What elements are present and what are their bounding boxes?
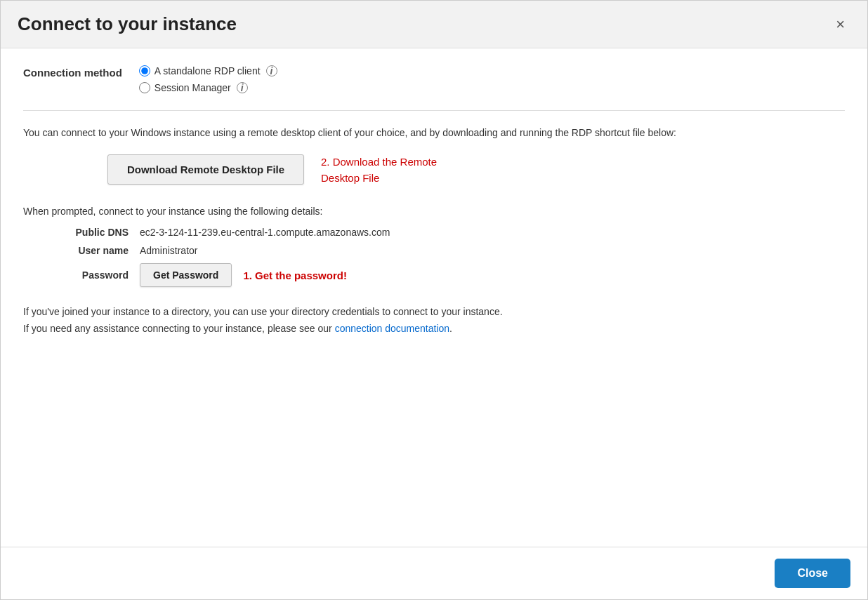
connection-documentation-link[interactable]: connection documentation [335, 323, 449, 334]
radio-group: A standalone RDP client i Session Manage… [139, 65, 277, 93]
download-remote-desktop-button[interactable]: Download Remote Desktop File [107, 154, 304, 185]
radio-option-session[interactable]: Session Manager i [139, 82, 277, 93]
description-text: You can connect to your Windows instance… [23, 125, 845, 140]
details-grid: Public DNS ec2-3-124-11-239.eu-central-1… [51, 227, 845, 287]
public-dns-row: Public DNS ec2-3-124-11-239.eu-central-1… [51, 227, 845, 238]
dialog-footer: Close [1, 547, 867, 599]
radio-rdp[interactable] [139, 65, 150, 76]
radio-rdp-label: A standalone RDP client [154, 65, 261, 76]
dialog-header: Connect to your instance × [1, 1, 867, 48]
radio-option-rdp[interactable]: A standalone RDP client i [139, 65, 277, 76]
download-annotation: 2. Download the Remote Desktop File [321, 154, 461, 186]
footer-line2-suffix: . [449, 323, 452, 334]
footer-line2-prefix: If you need any assistance connecting to… [23, 323, 335, 334]
details-intro-text: When prompted, connect to your instance … [23, 206, 845, 217]
connection-method-label: Connection method [23, 65, 122, 79]
download-btn-wrapper: Download Remote Desktop File [107, 154, 304, 185]
password-label: Password [51, 269, 129, 281]
public-dns-value: ec2-3-124-11-239.eu-central-1.compute.am… [140, 227, 390, 238]
connection-method-section: Connection method A standalone RDP clien… [23, 65, 845, 93]
close-button[interactable]: Close [775, 559, 850, 588]
public-dns-label: Public DNS [51, 227, 129, 238]
footer-line1: If you've joined your instance to a dire… [23, 306, 503, 317]
header-close-button[interactable]: × [830, 14, 850, 35]
radio-session[interactable] [139, 82, 150, 93]
dialog-body: Connection method A standalone RDP clien… [1, 48, 867, 547]
user-name-value: Administrator [140, 245, 197, 256]
footer-text-section: If you've joined your instance to a dire… [23, 304, 845, 338]
download-section: Download Remote Desktop File 2. Download… [23, 154, 845, 186]
password-annotation: 1. Get the password! [243, 269, 347, 281]
user-name-row: User name Administrator [51, 245, 845, 256]
get-password-button[interactable]: Get Password [140, 263, 232, 287]
session-info-icon[interactable]: i [237, 82, 248, 93]
connect-to-instance-dialog: Connect to your instance × Connection me… [0, 0, 868, 600]
user-name-label: User name [51, 245, 129, 256]
rdp-info-icon[interactable]: i [266, 65, 277, 76]
dialog-title: Connect to your instance [18, 13, 237, 35]
radio-session-label: Session Manager [154, 82, 231, 93]
details-section: When prompted, connect to your instance … [23, 206, 845, 287]
section-divider-1 [23, 110, 845, 111]
password-row: Password Get Password 1. Get the passwor… [51, 263, 845, 287]
